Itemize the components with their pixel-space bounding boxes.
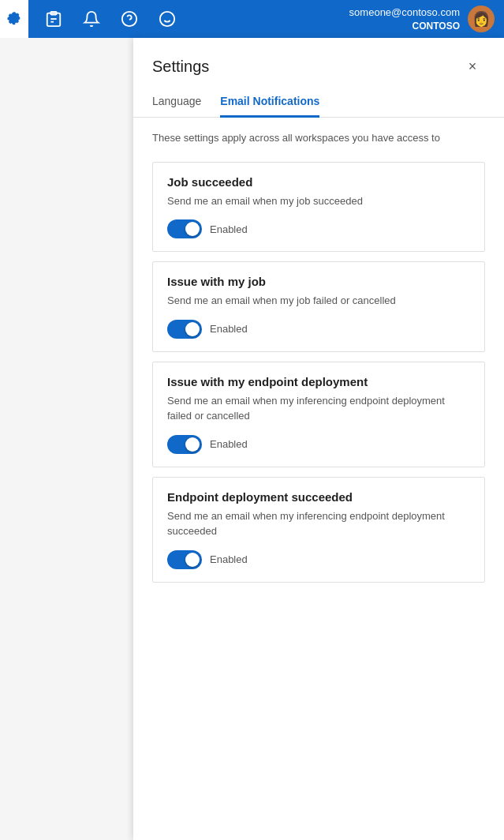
bell-icon[interactable] xyxy=(79,6,104,32)
notif-desc-endpoint-deployment-succeeded: Send me an email when my inferencing end… xyxy=(167,508,470,539)
notif-title-issue-with-job: Issue with my job xyxy=(167,275,470,288)
close-button[interactable]: × xyxy=(460,54,485,79)
notif-desc-issue-endpoint-deployment: Send me an email when my inferencing end… xyxy=(167,393,470,424)
settings-header: Settings × xyxy=(133,38,504,79)
avatar[interactable]: 👩 xyxy=(468,6,495,32)
notif-toggle-row-endpoint-deployment-succeeded: Enabled xyxy=(167,550,470,569)
notification-card-issue-endpoint-deployment: Issue with my endpoint deployment Send m… xyxy=(152,362,485,467)
toggle-issue-with-job[interactable] xyxy=(167,320,202,339)
bell-svg xyxy=(83,10,100,28)
notification-cards: Job succeeded Send me an email when my j… xyxy=(152,162,485,583)
notif-toggle-row-job-succeeded: Enabled xyxy=(167,219,470,238)
toggle-job-succeeded[interactable] xyxy=(167,219,202,238)
notif-title-issue-endpoint-deployment: Issue with my endpoint deployment xyxy=(167,375,470,388)
user-org: CONTOSO xyxy=(349,20,460,33)
toggle-label-issue-endpoint-deployment: Enabled xyxy=(210,438,248,450)
tabs-container: Language Email Notifications xyxy=(133,88,504,118)
notif-toggle-row-issue-endpoint-deployment: Enabled xyxy=(167,435,470,454)
emoji-svg xyxy=(159,10,176,28)
notification-card-endpoint-deployment-succeeded: Endpoint deployment succeeded Send me an… xyxy=(152,477,485,583)
avatar-letter: 👩 xyxy=(472,10,490,28)
tab-language[interactable]: Language xyxy=(152,88,201,118)
svg-point-6 xyxy=(160,12,174,26)
settings-content: These settings apply across all workspac… xyxy=(133,118,504,840)
settings-description: These settings apply across all workspac… xyxy=(152,130,485,146)
notif-toggle-row-issue-with-job: Enabled xyxy=(167,320,470,339)
gear-icon-container xyxy=(0,0,28,38)
toggle-issue-endpoint-deployment[interactable] xyxy=(167,435,202,454)
user-info: someone@contoso.com CONTOSO xyxy=(349,6,460,33)
notif-title-job-succeeded: Job succeeded xyxy=(167,175,470,189)
toggle-label-issue-with-job: Enabled xyxy=(210,323,248,335)
clipboard-icon[interactable] xyxy=(41,6,66,32)
sidebar xyxy=(0,38,136,840)
settings-panel: Settings × Language Email Notifications … xyxy=(133,38,504,840)
tab-email-notifications[interactable]: Email Notifications xyxy=(220,88,319,118)
notif-desc-job-succeeded: Send me an email when my job succeeded xyxy=(167,193,470,209)
emoji-icon[interactable] xyxy=(155,6,180,32)
notification-card-job-succeeded: Job succeeded Send me an email when my j… xyxy=(152,162,485,253)
notif-title-endpoint-deployment-succeeded: Endpoint deployment succeeded xyxy=(167,490,470,504)
user-email: someone@contoso.com xyxy=(349,6,460,20)
settings-title: Settings xyxy=(152,58,209,76)
notif-desc-issue-with-job: Send me an email when my job failed or c… xyxy=(167,293,470,309)
notification-card-issue-with-job: Issue with my job Send me an email when … xyxy=(152,261,485,352)
clipboard-svg xyxy=(45,10,62,28)
topbar-user: someone@contoso.com CONTOSO 👩 xyxy=(349,6,495,33)
help-svg xyxy=(121,10,138,28)
toggle-label-job-succeeded: Enabled xyxy=(210,223,248,235)
topbar: someone@contoso.com CONTOSO 👩 xyxy=(0,0,504,38)
help-icon[interactable] xyxy=(117,6,142,32)
toggle-endpoint-deployment-succeeded[interactable] xyxy=(167,550,202,569)
gear-icon xyxy=(6,11,22,27)
toggle-label-endpoint-deployment-succeeded: Enabled xyxy=(210,553,248,565)
